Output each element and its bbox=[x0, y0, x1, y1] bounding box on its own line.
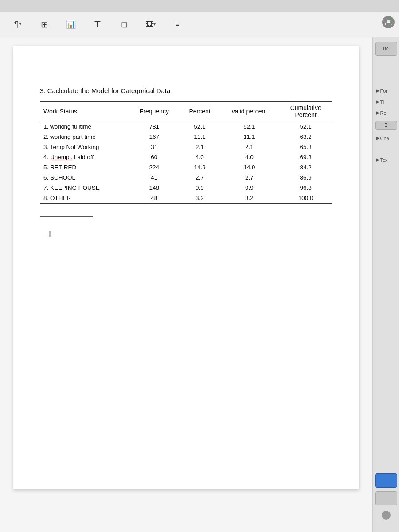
frequency-table: Work Status Frequency Percent valid perc… bbox=[40, 101, 332, 207]
row6-cum: 86.9 bbox=[279, 172, 332, 183]
right-sidebar: Bo ▶ For ▶ Ti ▶ Re B ▶ Cha ▶ Tex bbox=[372, 37, 399, 532]
sidebar-re-item[interactable]: ▶ Re bbox=[375, 108, 397, 117]
insert-group[interactable]: ¶ ▾ bbox=[7, 20, 28, 29]
table-row: 8. OTHER483.23.2100.0 bbox=[40, 193, 332, 203]
row5-freq: 224 bbox=[129, 162, 180, 172]
sidebar-re-arrow-icon: ▶ bbox=[376, 110, 379, 116]
sidebar-tex-arrow-icon: ▶ bbox=[376, 157, 379, 163]
row3-pct: 2.1 bbox=[180, 142, 219, 152]
row5-cum: 84.2 bbox=[279, 162, 332, 172]
table-footer bbox=[40, 203, 332, 207]
col-header-status: Work Status bbox=[40, 101, 129, 121]
sidebar-tex-item[interactable]: ▶ Tex bbox=[375, 155, 397, 164]
row1-status: 1. working fulltime bbox=[40, 121, 129, 132]
chart-group[interactable]: 📊 bbox=[60, 20, 82, 29]
row4-freq: 60 bbox=[129, 152, 180, 162]
row1-vpct: 52.1 bbox=[220, 121, 279, 132]
menu-bar bbox=[0, 0, 399, 12]
paragraph-icon: ¶ bbox=[14, 20, 19, 28]
table-row: 1. working fulltime78152.152.152.1 bbox=[40, 121, 332, 132]
text-cursor: I bbox=[49, 230, 50, 239]
sidebar-bo-button[interactable]: Bo bbox=[375, 42, 397, 56]
row2-cum: 63.2 bbox=[279, 132, 332, 142]
collaborate-icon: + bbox=[382, 16, 395, 28]
row6-pct: 2.7 bbox=[180, 172, 219, 183]
content-area: 3. Caclculate the Model for Categorical … bbox=[0, 37, 372, 532]
svg-text:+: + bbox=[390, 19, 391, 21]
row2-vpct: 11.1 bbox=[220, 132, 279, 142]
shape-icon: ◻ bbox=[121, 20, 128, 28]
shape-group[interactable]: ◻ bbox=[113, 20, 135, 29]
document-page: 3. Caclculate the Model for Categorical … bbox=[13, 46, 359, 489]
table-row: 4. Unempl. Laid off604.04.069.3 bbox=[40, 152, 332, 162]
text-icon: T bbox=[94, 20, 100, 29]
row1-pct: 52.1 bbox=[180, 121, 219, 132]
collaborate-button[interactable]: + bbox=[382, 16, 395, 29]
sidebar-ti-item[interactable]: ▶ Ti bbox=[375, 97, 397, 106]
row7-vpct: 9.9 bbox=[220, 183, 279, 193]
row8-vpct: 3.2 bbox=[220, 193, 279, 203]
row3-freq: 31 bbox=[129, 142, 180, 152]
row7-cum: 96.8 bbox=[279, 183, 332, 193]
col-header-frequency: Frequency bbox=[129, 101, 180, 121]
media-group[interactable]: 🖼 ▾ bbox=[140, 21, 161, 29]
row8-cum: 100.0 bbox=[279, 193, 332, 203]
sidebar-re-label: Re bbox=[380, 110, 387, 116]
sidebar-tex-label: Tex bbox=[380, 157, 388, 163]
sidebar-circle bbox=[382, 511, 391, 520]
sidebar-ti-label: Ti bbox=[380, 99, 384, 105]
row3-status: 3. Temp Not Working bbox=[40, 142, 129, 152]
row4-pct: 4.0 bbox=[180, 152, 219, 162]
row2-freq: 167 bbox=[129, 132, 180, 142]
table-row: 3. Temp Not Working312.12.165.3 bbox=[40, 142, 332, 152]
row2-status: 2. working part time bbox=[40, 132, 129, 142]
col-header-cumulative: CumulativePercent bbox=[279, 101, 332, 121]
table-row: 5. RETIRED22414.914.984.2 bbox=[40, 162, 332, 172]
table-icon: ⊞ bbox=[41, 20, 48, 29]
row1-cum: 52.1 bbox=[279, 121, 332, 132]
col-header-percent: Percent bbox=[180, 101, 219, 121]
text-group[interactable]: T bbox=[87, 20, 108, 30]
section3-number: 3. bbox=[40, 87, 47, 94]
row6-status: 6. SCHOOL bbox=[40, 172, 129, 183]
sidebar-b-button[interactable]: B bbox=[375, 121, 397, 130]
chart-icon: 📊 bbox=[66, 20, 76, 28]
row7-pct: 9.9 bbox=[180, 183, 219, 193]
row3-vpct: 2.1 bbox=[220, 142, 279, 152]
row2-pct: 11.1 bbox=[180, 132, 219, 142]
sidebar-arrow-icon: ▶ bbox=[376, 88, 379, 94]
col-header-valid-percent: valid percent bbox=[220, 101, 279, 121]
sidebar-cha-arrow-icon: ▶ bbox=[376, 135, 379, 141]
row5-vpct: 14.9 bbox=[220, 162, 279, 172]
table-row: 2. working part time16711.111.163.2 bbox=[40, 132, 332, 142]
row4-cum: 69.3 bbox=[279, 152, 332, 162]
sidebar-for-label: For bbox=[380, 88, 388, 94]
sidebar-cha-label: Cha bbox=[380, 136, 389, 141]
row8-status: 8. OTHER bbox=[40, 193, 129, 203]
row6-freq: 41 bbox=[129, 172, 180, 183]
sidebar-format-item[interactable]: ▶ For bbox=[375, 86, 397, 95]
row5-status: 5. RETIRED bbox=[40, 162, 129, 172]
row4-vpct: 4.0 bbox=[220, 152, 279, 162]
media-icon: 🖼 bbox=[146, 21, 153, 28]
section3-rest: the Model for Categorical Data bbox=[78, 87, 171, 94]
media-dropdown-icon: ▾ bbox=[153, 22, 156, 27]
table-group[interactable]: ⊞ bbox=[34, 20, 55, 30]
comment-group[interactable]: ≡ bbox=[167, 21, 188, 29]
sidebar-cha-item[interactable]: ▶ Cha bbox=[375, 133, 397, 143]
sidebar-blue-button[interactable] bbox=[375, 473, 397, 488]
row4-status: 4. Unempl. Laid off bbox=[40, 152, 129, 162]
row7-status: 7. KEEPING HOUSE bbox=[40, 183, 129, 193]
row6-vpct: 2.7 bbox=[220, 172, 279, 183]
table-row: 7. KEEPING HOUSE1489.99.996.8 bbox=[40, 183, 332, 193]
sidebar-gray-button[interactable] bbox=[375, 491, 397, 505]
section3-underline-word: Caclculate bbox=[47, 87, 78, 94]
toolbar: ¶ ▾ ⊞ 📊 T ◻ 🖼 ▾ ≡ bbox=[0, 12, 399, 37]
sidebar-ti-arrow-icon: ▶ bbox=[376, 99, 379, 105]
section3-header: 3. Caclculate the Model for Categorical … bbox=[40, 87, 332, 94]
footnote-line bbox=[40, 216, 93, 217]
row1-freq: 781 bbox=[129, 121, 180, 132]
table-row: 6. SCHOOL412.72.786.9 bbox=[40, 172, 332, 183]
dropdown-arrow-icon: ▾ bbox=[19, 22, 21, 27]
row8-freq: 48 bbox=[129, 193, 180, 203]
